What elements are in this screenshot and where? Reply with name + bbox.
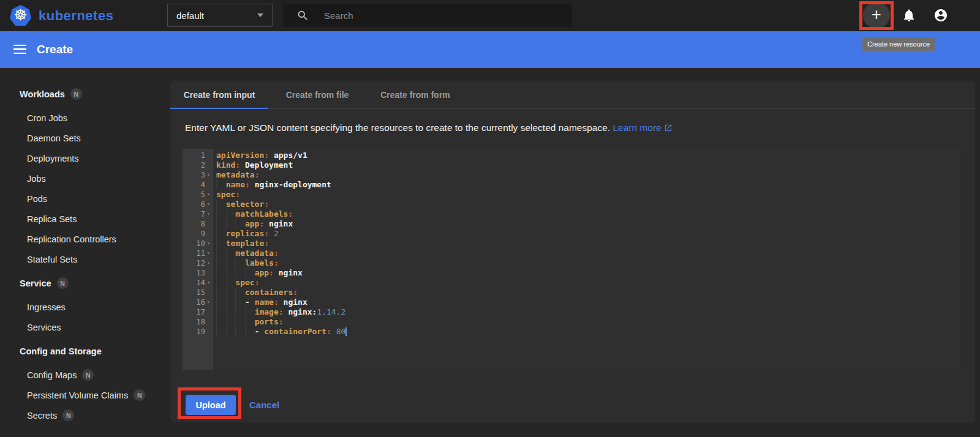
yaml-code-editor[interactable]: 123▾45▾6▾7▾8910▾11▾12▾1314▾1516▾171819 a… (183, 149, 960, 370)
sidebar-header-config-and-storage[interactable]: Config and Storage (0, 341, 170, 361)
tab-create-from-form[interactable]: Create from form (366, 81, 464, 108)
sidebar-item-label: Services (27, 323, 61, 332)
editor-line-number-gutter: 123▾45▾6▾7▾8910▾11▾12▾1314▾1516▾171819 (183, 149, 213, 370)
gutter-line-12: 12▾ (183, 258, 213, 268)
namespaced-badge: N (57, 277, 69, 289)
sidebar-item-stateful-sets[interactable]: Stateful Sets (0, 249, 170, 269)
fold-caret-icon[interactable]: ▾ (205, 258, 212, 268)
line-number: 10 (197, 239, 205, 248)
code-line-4: name: nginx-deployment (216, 180, 960, 190)
cancel-button[interactable]: Cancel (249, 400, 279, 410)
code-line-11: metadata: (216, 248, 960, 258)
learn-more-label: Learn more (612, 122, 661, 133)
line-number: 17 (197, 307, 205, 317)
namespace-selected-value: default (176, 10, 204, 21)
yaml-token-k: containers (245, 288, 293, 297)
fold-caret-icon[interactable]: ▾ (205, 278, 212, 288)
line-number: 9 (201, 229, 205, 239)
gutter-line-2: 2 (183, 160, 213, 170)
account-circle-icon[interactable] (933, 8, 948, 23)
sidebar-item-cron-jobs[interactable]: Cron Jobs (0, 108, 170, 128)
gutter-line-15: 15 (183, 288, 213, 297)
fold-caret-icon[interactable]: ▾ (205, 248, 212, 258)
caret-down-icon (257, 13, 263, 17)
gutter-line-9: 9 (183, 229, 213, 239)
yaml-token-k: spec (235, 278, 254, 287)
code-line-14: spec: (216, 278, 960, 288)
gutter-line-16: 16▾ (183, 297, 213, 307)
yaml-token-ws (216, 288, 245, 297)
top-app-bar: ☸ kubernetes default + (0, 0, 980, 31)
fold-caret-icon[interactable]: ▾ (205, 190, 212, 200)
sidebar-item-label: Persistent Volume Claims (27, 390, 128, 400)
code-line-17: image: nginx:1.14.2 (216, 307, 960, 317)
fold-caret-icon[interactable]: ▾ (205, 297, 212, 307)
yaml-token-p: : (235, 190, 240, 199)
yaml-token-p: : (274, 297, 284, 307)
sidebar-header-workloads[interactable]: WorkloadsN (0, 84, 170, 104)
yaml-token-p: : (279, 317, 284, 326)
yaml-token-d: - (255, 327, 265, 336)
yaml-token-p: : (245, 180, 255, 189)
sidebar-group-workloads: WorkloadsNCron JobsDaemon SetsDeployment… (0, 84, 170, 269)
search-bar[interactable] (283, 4, 572, 27)
sidebar-item-deployments[interactable]: Deployments (0, 148, 170, 168)
sidebar-item-daemon-sets[interactable]: Daemon Sets (0, 128, 170, 148)
fold-caret-icon[interactable]: ▾ (205, 239, 212, 248)
fold-caret-icon[interactable]: ▾ (205, 209, 212, 219)
sidebar-item-jobs[interactable]: Jobs (0, 168, 170, 189)
upload-button[interactable]: Upload (186, 395, 236, 415)
gutter-line-1: 1 (183, 151, 213, 160)
line-number: 15 (197, 288, 205, 297)
sidebar-header-service[interactable]: ServiceN (0, 273, 170, 293)
yaml-token-k: kind (216, 160, 235, 170)
yaml-token-d: - (245, 297, 255, 307)
sidebar-item-secrets[interactable]: SecretsN (0, 405, 170, 425)
tab-create-from-input[interactable]: Create from input (170, 81, 268, 108)
sidebar-item-config-maps[interactable]: Config MapsN (0, 365, 170, 385)
sidebar-group-config-and-storage: Config and StorageConfig MapsNPersistent… (0, 341, 170, 425)
yaml-token-v: Deployment (245, 160, 293, 170)
yaml-token-p: : (293, 288, 298, 297)
yaml-token-v: nginx: (288, 307, 317, 316)
helm-wheel-icon: ☸ (13, 7, 27, 23)
tab-create-from-file[interactable]: Create from file (268, 81, 366, 108)
sidebar-item-replication-controllers[interactable]: Replication Controllers (0, 229, 170, 249)
namespace-selector[interactable]: default (167, 4, 273, 27)
sidebar-header-label: Workloads (20, 89, 65, 99)
brand-title: kubernetes (39, 8, 113, 24)
yaml-token-p: : (259, 219, 269, 228)
editor-code-area[interactable]: apiVersion: apps/v1kind: Deploymentmetad… (213, 149, 960, 370)
sidebar-item-ingresses[interactable]: Ingresses (0, 297, 170, 317)
yaml-token-p: : (269, 268, 279, 277)
search-input[interactable] (324, 10, 545, 21)
tab-bar: Create from inputCreate from fileCreate … (170, 81, 975, 109)
sidebar-item-persistent-volume-claims[interactable]: Persistent Volume ClaimsN (0, 385, 170, 405)
kubernetes-brand[interactable]: ☸ kubernetes (10, 5, 113, 26)
line-number: 12 (197, 258, 205, 268)
line-number: 14 (197, 278, 205, 288)
create-new-resource-button[interactable]: + (863, 2, 890, 29)
gutter-line-17: 17 (183, 307, 213, 317)
sidebar-item-replica-sets[interactable]: Replica Sets (0, 209, 170, 229)
learn-more-link[interactable]: Learn more (612, 122, 672, 133)
hamburger-menu-icon[interactable] (13, 43, 26, 56)
namespaced-badge: N (62, 409, 74, 421)
fold-caret-icon[interactable]: ▾ (205, 200, 212, 209)
yaml-token-v: apps/v1 (274, 151, 307, 160)
sidebar-item-pods[interactable]: Pods (0, 189, 170, 209)
yaml-token-ws (216, 327, 255, 336)
gutter-line-11: 11▾ (183, 248, 213, 258)
notifications-bell-icon[interactable] (902, 8, 916, 23)
yaml-token-ws (216, 307, 255, 316)
line-number: 19 (197, 327, 205, 337)
fold-caret-icon[interactable]: ▾ (205, 170, 212, 180)
code-line-16: - name: nginx (216, 297, 960, 307)
sidebar-item-services[interactable]: Services (0, 317, 170, 337)
code-line-7: matchLabels: (216, 209, 960, 219)
gutter-line-5: 5▾ (183, 190, 213, 200)
line-number: 8 (201, 219, 205, 229)
sidebar-item-label: Stateful Sets (27, 255, 77, 264)
yaml-token-k: name (226, 180, 245, 189)
code-line-12: labels: (216, 258, 960, 268)
